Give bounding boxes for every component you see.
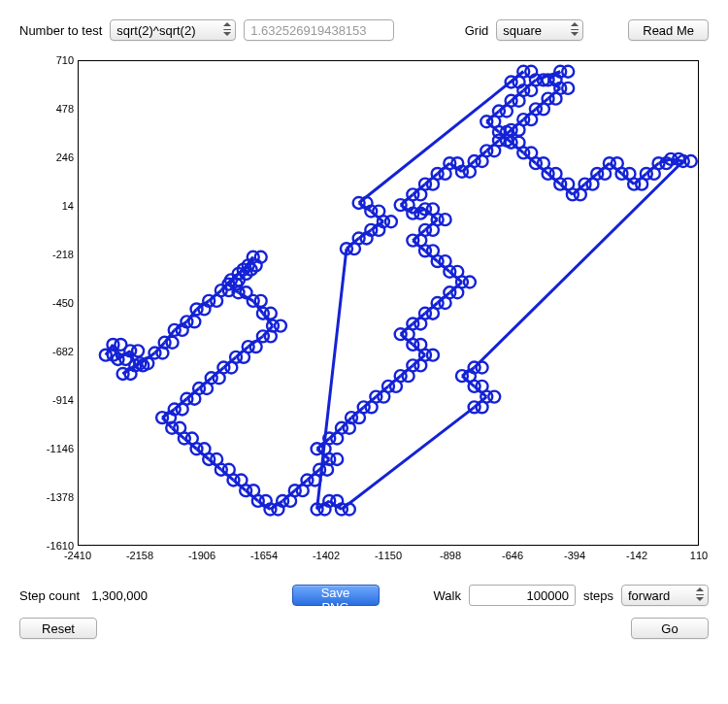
svg-point-88 [201, 383, 213, 394]
svg-point-172 [414, 339, 426, 351]
walk-plot [79, 61, 698, 545]
y-tick-label: 710 [19, 54, 74, 66]
steps-label: steps [583, 588, 613, 603]
svg-point-337 [488, 391, 500, 403]
svg-point-361 [385, 216, 397, 227]
walk-label: Walk [434, 588, 461, 603]
grid-label: Grid [465, 23, 489, 38]
number-to-test-label: Number to test [19, 23, 102, 38]
x-tick-label: -1150 [375, 550, 402, 561]
svg-point-256 [562, 83, 574, 94]
y-tick-label: 478 [19, 103, 74, 115]
svg-point-193 [451, 266, 463, 278]
number-select[interactable]: sqrt(2)^sqrt(2) [110, 19, 236, 41]
svg-point-343 [344, 504, 355, 516]
svg-point-211 [427, 203, 439, 215]
svg-point-70 [275, 320, 286, 332]
svg-point-268 [525, 84, 537, 96]
x-tick-label: -898 [440, 550, 461, 561]
direction-select[interactable]: forward [621, 585, 709, 606]
bottom-toolbar-2: Reset Go [19, 618, 709, 639]
svg-point-364 [373, 206, 384, 218]
x-tick-label: -2158 [126, 550, 153, 561]
svg-point-190 [464, 277, 476, 288]
reset-button[interactable]: Reset [19, 618, 97, 639]
svg-line-350 [317, 249, 347, 509]
y-tick-label: -1146 [19, 443, 74, 454]
x-tick-label: 110 [690, 550, 708, 561]
svg-point-199 [427, 245, 439, 256]
svg-point-82 [225, 362, 237, 374]
grid-select[interactable]: square [496, 19, 583, 41]
svg-point-274 [501, 106, 513, 117]
x-tick-label: -1906 [188, 550, 215, 561]
step-count-value: 1,300,000 [91, 588, 148, 603]
y-tick-label: 14 [19, 200, 74, 212]
x-tick-label: -1654 [250, 550, 278, 561]
svg-point-91 [188, 393, 200, 405]
svg-point-85 [214, 372, 225, 384]
go-button[interactable]: Go [631, 618, 709, 639]
walk-steps-input[interactable] [469, 585, 576, 606]
svg-point-10 [132, 345, 144, 356]
plot-area [78, 60, 699, 546]
x-tick-label: -1402 [313, 550, 340, 561]
svg-point-271 [513, 95, 525, 107]
svg-point-328 [477, 362, 488, 374]
y-tick-label: -218 [19, 249, 74, 260]
bottom-toolbar: Step count 1,300,000 Save PNG Walk steps… [19, 585, 709, 606]
save-png-button[interactable]: Save PNG [292, 585, 380, 606]
svg-point-262 [562, 66, 574, 78]
plot-frame: -1610-1378-1146-914-682-450-218142464787… [19, 50, 711, 575]
svg-point-208 [440, 214, 451, 225]
y-tick-label: -682 [19, 346, 74, 357]
top-toolbar: Number to test sqrt(2)^sqrt(2) Grid squa… [19, 19, 709, 41]
svg-point-340 [477, 401, 488, 413]
svg-point-325 [685, 155, 697, 167]
step-count-label: Step count [19, 588, 80, 603]
svg-point-196 [440, 255, 451, 267]
svg-point-169 [427, 350, 439, 361]
readme-button[interactable]: Read Me [628, 19, 709, 41]
x-tick-label: -646 [502, 550, 523, 561]
svg-point-79 [238, 352, 249, 363]
svg-point-94 [177, 403, 188, 415]
x-tick-label: -142 [626, 550, 647, 561]
x-tick-label: -2410 [64, 550, 91, 561]
x-tick-label: -394 [564, 550, 585, 561]
number-value-field [244, 19, 394, 41]
y-tick-label: -914 [19, 394, 74, 406]
svg-point-139 [331, 453, 343, 465]
y-tick-label: -1378 [19, 491, 74, 503]
y-tick-label: -450 [19, 297, 74, 309]
y-tick-label: 246 [19, 151, 74, 163]
